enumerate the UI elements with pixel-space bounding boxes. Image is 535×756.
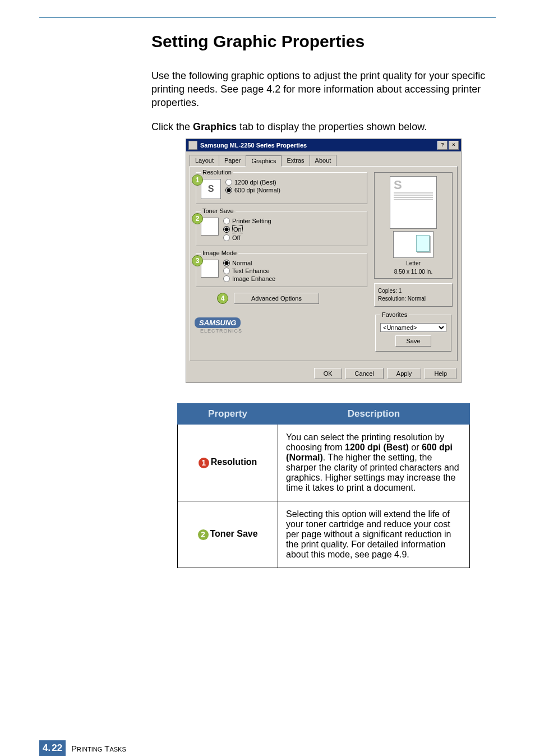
group-resolution: 1 Resolution S 1200 dpi (Best) 600 dpi (… [196, 169, 367, 204]
preview-copies: Copies: 1 [378, 287, 449, 295]
prop-toner-name: 2Toner Save [178, 501, 278, 568]
advanced-options-button[interactable]: Advanced Options [234, 293, 319, 304]
radio-on[interactable]: On [223, 225, 271, 233]
col-property: Property [178, 404, 278, 425]
dialog-titlebar: Samsung ML-2250 Series Properties ? × [186, 139, 461, 151]
radio-printer-setting[interactable]: Printer Setting [223, 218, 271, 224]
radio-1200dpi[interactable]: 1200 dpi (Best) [225, 179, 280, 186]
cancel-button[interactable]: Cancel [345, 368, 384, 379]
radio-600dpi[interactable]: 600 dpi (Normal) [225, 187, 280, 193]
samsung-logo: SAMSUNG [195, 317, 241, 328]
col-description: Description [278, 404, 470, 425]
legend-toner: Toner Save [201, 208, 236, 214]
dialog-title: Samsung ML-2250 Series Properties [200, 142, 307, 149]
radio-text-enhance[interactable]: Text Enhance [223, 268, 275, 274]
app-icon [188, 141, 197, 150]
prop-toner-desc: Selecting this option will extend the li… [278, 501, 470, 568]
table-header-row: Property Description [178, 404, 470, 425]
intro-paragraph: Use the following graphic options to adj… [151, 70, 496, 109]
callout-1: 1 [192, 174, 203, 186]
dialog-panel: 1 Resolution S 1200 dpi (Best) 600 dpi (… [190, 166, 458, 361]
page-footer: 4.22 Printing Tasks [39, 740, 126, 756]
preview-paper-name: Letter [406, 260, 421, 266]
legend-image-mode: Image Mode [201, 250, 238, 256]
favorites-save-button[interactable]: Save [395, 335, 431, 347]
table-row: 1Resolution You can select the printing … [178, 425, 470, 501]
radio-image-enhance[interactable]: Image Enhance [223, 275, 275, 282]
tab-graphics[interactable]: Graphics [246, 155, 282, 167]
group-toner-save: 2 Toner Save Printer Setting On Off [196, 208, 367, 246]
tab-extras[interactable]: Extras [281, 155, 310, 166]
help-button[interactable]: ? [437, 141, 448, 150]
click-instruction: Click the Graphics tab to display the pr… [151, 121, 496, 134]
dialog-button-row: OK Cancel Apply Help [186, 365, 461, 382]
tab-about[interactable]: About [310, 155, 337, 166]
preview-paper-size: 8.50 x 11.00 in. [394, 269, 432, 275]
preview-page-1: S [390, 176, 437, 229]
callout-2: 2 [192, 213, 203, 224]
group-favorites: Favorites <Unnamed> Save [375, 311, 451, 352]
radio-normal[interactable]: Normal [223, 260, 275, 266]
callout-4: 4 [217, 293, 228, 304]
preview-info: Copies: 1 Resolution: Normal [374, 283, 453, 307]
help-dialog-button[interactable]: Help [425, 368, 456, 379]
radio-off[interactable]: Off [223, 234, 271, 241]
apply-button[interactable]: Apply [387, 368, 422, 379]
prop-resolution-name: 1Resolution [178, 425, 278, 501]
legend-resolution: Resolution [201, 169, 233, 176]
preview-page-2 [393, 231, 433, 258]
preview-area: S Letter 8.50 x 11.00 in. [374, 172, 453, 279]
property-table: Property Description 1Resolution You can… [177, 403, 470, 568]
properties-dialog: Samsung ML-2250 Series Properties ? × La… [186, 139, 462, 383]
image-mode-thumb-icon [201, 260, 219, 278]
page-heading: Setting Graphic Properties [151, 32, 496, 51]
preview-resolution: Resolution: Normal [378, 295, 449, 303]
prop-resolution-desc: You can select the printing resolution b… [278, 425, 470, 501]
samsung-sublogo: ELECTRONICS [200, 328, 368, 334]
table-row: 2Toner Save Selecting this option will e… [178, 501, 470, 568]
click-bold: Graphics [193, 121, 237, 132]
click-post: tab to display the properties shown belo… [237, 121, 427, 132]
row1-number-icon: 1 [199, 458, 209, 468]
tab-layout[interactable]: Layout [190, 155, 219, 166]
header-rule [39, 17, 496, 18]
tab-paper[interactable]: Paper [219, 155, 246, 166]
footer-chapter-box: 4.22 [39, 740, 66, 756]
group-image-mode: 3 Image Mode Normal Text Enhance Image E… [196, 250, 367, 287]
toner-thumb-icon [201, 218, 219, 236]
favorites-select[interactable]: <Unnamed> [380, 323, 446, 332]
tab-strip: Layout Paper Graphics Extras About [186, 151, 461, 166]
row2-number-icon: 2 [198, 529, 209, 540]
close-button[interactable]: × [449, 141, 459, 150]
resolution-thumb-icon: S [201, 179, 221, 199]
legend-favorites: Favorites [380, 311, 409, 318]
footer-section-label: Printing Tasks [71, 744, 126, 753]
click-pre: Click the [151, 121, 193, 132]
ok-button[interactable]: OK [314, 368, 342, 379]
callout-3: 3 [192, 255, 203, 266]
